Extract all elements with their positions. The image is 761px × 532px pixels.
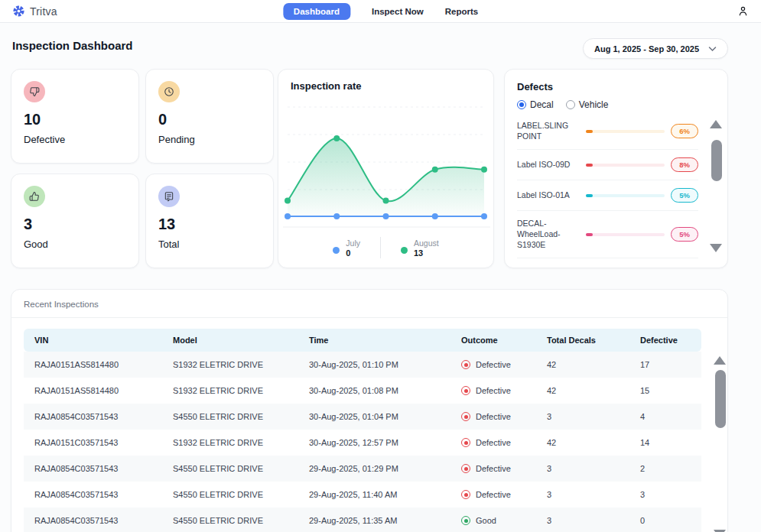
cell-defective: 14 [629,430,701,456]
top-navbar: Tritva Dashboard Inspect Now Reports [0,0,761,23]
defects-title: Defects [517,81,715,92]
tab-dashboard[interactable]: Dashboard [283,3,350,20]
stat-value: 3 [24,216,126,233]
legend-divider [380,237,381,258]
stat-card-total: 13 Total [145,174,274,268]
report-icon [158,186,180,207]
table-row[interactable]: RAJA0151AS5814480 S1932 ELETRIC DRIVE 30… [24,378,701,404]
defect-item: LABEL.SLING POINT 6% [517,113,698,150]
cell-vin: RAJA0854C03571543 [24,404,162,430]
tab-reports[interactable]: Reports [445,7,478,16]
cell-total-decals: 3 [536,508,629,532]
user-menu-button[interactable] [737,5,749,17]
radio-label: Vehicle [579,99,609,110]
outcome-badge: Good [461,516,536,525]
col-vin: VIN [24,329,162,352]
cell-model: S4550 ELETRIC DRIVE [162,508,298,532]
brand: Tritva [12,5,57,18]
inspection-rate-card: Inspection rate July 0 [278,69,494,268]
cell-vin: RAJA0151C03571543 [24,430,162,456]
table-row[interactable]: RAJA0854C03571543 S4550 ELETRIC DRIVE 29… [24,508,701,532]
table-row[interactable]: RAJA0854C03571543 S4550 ELETRIC DRIVE 29… [24,456,701,482]
user-icon [737,5,749,17]
chevron-down-icon [708,46,717,52]
cell-time: 30-Aug-2025, 01:10 PM [298,352,450,378]
table-title: Recent Inspections [11,290,727,318]
defects-scrollbar-thumb[interactable] [711,140,722,181]
legend-item-july: July 0 [333,238,360,258]
table-wrap: VIN Model Time Outcome Total Decals Defe… [11,318,727,532]
table-scroll-up-icon[interactable] [714,356,726,365]
outcome-badge: Defective [461,386,536,395]
radio-vehicle[interactable]: Vehicle [566,99,609,110]
col-defective: Defective [629,329,701,352]
legend-label: August [414,238,439,248]
defect-bar [586,194,665,197]
outcome-badge: Defective [461,490,536,499]
defects-filter: Decal Vehicle [517,99,715,110]
col-outcome: Outcome [450,329,536,352]
defects-scroll-down-icon[interactable] [710,244,722,252]
legend-total: 0 [346,248,360,258]
date-range-picker[interactable]: Aug 1, 2025 - Sep 30, 2025 [583,38,728,59]
stat-card-good: 3 Good [11,174,139,268]
cell-model: S4550 ELETRIC DRIVE [162,456,298,482]
cell-vin: RAJA0854C03571543 [24,482,162,508]
cell-vin: RAJA0854C03571543 [24,456,162,482]
chart-title: Inspection rate [278,80,493,92]
cell-total-decals: 3 [536,404,629,430]
defect-label: Label ISO-09D [517,160,580,170]
cell-total-decals: 3 [536,456,629,482]
defect-item: Label ISO-09D 8% [517,150,698,180]
status-dot-icon [461,412,470,421]
chart-legend: July 0 August 13 [278,237,493,258]
stat-label: Total [158,238,261,250]
date-range-value: Aug 1, 2025 - Sep 30, 2025 [594,44,699,54]
defect-pct-badge: 5% [671,188,698,203]
cell-time: 30-Aug-2025, 01:04 PM [298,404,450,430]
defect-item: DECAL-WheelLoad-S1930E 5% [517,211,698,258]
defect-list: LABEL.SLING POINT 6% Label ISO-09D 8% La… [517,113,715,258]
stat-value: 10 [24,111,126,128]
cell-model: S4550 ELETRIC DRIVE [162,404,298,430]
stat-label: Pending [158,134,261,145]
stat-label: Defective [24,134,126,145]
legend-label: July [346,238,360,248]
radio-decal[interactable]: Decal [517,99,554,110]
brand-logo-icon [12,5,25,18]
defect-label: Label ISO-01A [517,190,580,201]
status-dot-icon [461,464,470,473]
defects-card: Defects Decal Vehicle LABEL.SLING POINT … [504,69,728,268]
cell-vin: RAJA0151AS5814480 [24,352,162,378]
outcome-badge: Defective [461,464,536,473]
august-dot-icon [401,247,408,254]
col-model: Model [162,329,298,352]
stat-value: 0 [158,111,261,128]
stat-card-defective: 10 Defective [11,69,139,164]
stat-label: Good [24,238,126,250]
defect-label: LABEL.SLING POINT [517,121,580,141]
cell-defective: 4 [629,404,701,430]
cell-time: 30-Aug-2025, 01:08 PM [298,378,450,404]
table-scrollbar-thumb[interactable] [715,370,726,428]
status-dot-icon [461,438,470,447]
inspections-table: VIN Model Time Outcome Total Decals Defe… [24,329,701,532]
stat-value: 13 [158,216,261,233]
cell-model: S1932 ELETRIC DRIVE [162,352,298,378]
tab-inspect-now[interactable]: Inspect Now [372,7,424,16]
july-dot-icon [333,247,340,254]
radio-label: Decal [530,99,554,110]
cell-total-decals: 42 [536,352,629,378]
legend-item-august: August 13 [401,238,439,258]
table-row[interactable]: RAJA0151AS5814480 S1932 ELETRIC DRIVE 30… [24,352,701,378]
stats-grid: 10 Defective 0 Pending 3 Good [11,69,274,268]
table-row[interactable]: RAJA0854C03571543 S4550 ELETRIC DRIVE 30… [24,404,701,430]
defects-scroll-up-icon[interactable] [710,120,722,128]
cell-total-decals: 42 [536,378,629,404]
table-row[interactable]: RAJA0151C03571543 S1932 ELETRIC DRIVE 30… [24,430,701,456]
cell-vin: RAJA0151AS5814480 [24,378,162,404]
cell-time: 29-Aug-2025, 11:40 AM [298,482,450,508]
table-row[interactable]: RAJA0854C03571543 S4550 ELETRIC DRIVE 29… [24,482,701,508]
cell-model: S1932 ELETRIC DRIVE [162,378,298,404]
status-dot-icon [461,516,470,525]
